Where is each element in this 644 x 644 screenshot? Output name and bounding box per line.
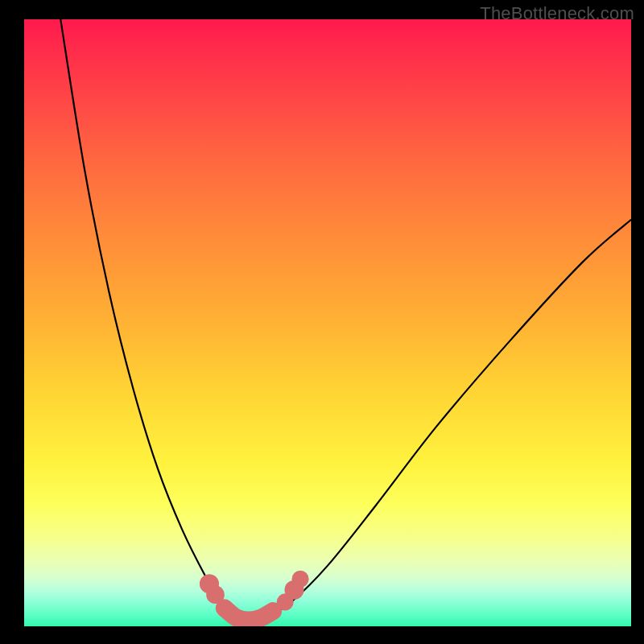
marker-group: [200, 571, 309, 611]
curve-marker: [292, 571, 309, 588]
watermark-label: TheBottleneck.com: [480, 3, 634, 24]
outer-frame: TheBottleneck.com: [0, 0, 644, 644]
curve-marker: [206, 585, 225, 604]
left-curve: [60, 19, 249, 620]
right-curve: [249, 220, 631, 621]
plot-area: [24, 19, 631, 626]
chart-svg: [24, 19, 631, 626]
valley-marker-path: [225, 608, 273, 620]
